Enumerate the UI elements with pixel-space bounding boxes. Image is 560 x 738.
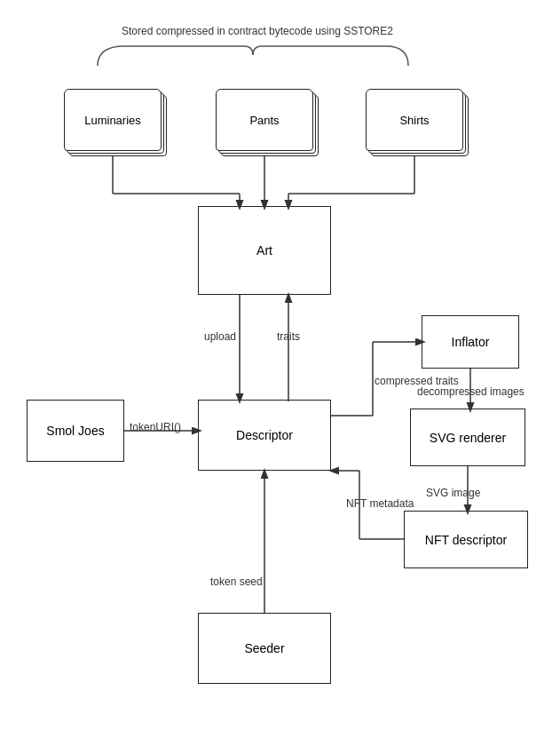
decompressed-images-label: decompressed images [417, 385, 525, 398]
descriptor-box: Descriptor [198, 400, 331, 471]
brace-svg [89, 39, 417, 71]
pants-label: Pants [216, 89, 313, 151]
svg-image-label: SVG image [426, 487, 480, 499]
seeder-box: Seeder [198, 613, 331, 684]
svg-renderer-box: SVG renderer [410, 409, 525, 466]
inflator-box: Inflator [422, 315, 519, 369]
traits-label: traits [277, 330, 300, 343]
nft-metadata-label: NFT metadata [346, 497, 414, 510]
token-seed-label: token seed [210, 575, 263, 588]
smol-joes-box: Smol Joes [27, 400, 124, 462]
luminaries-label: Luminaries [64, 89, 162, 151]
architecture-diagram: Stored compressed in contract bytecode u… [0, 0, 560, 738]
nft-descriptor-box: NFT descriptor [404, 511, 528, 568]
art-box: Art [198, 206, 331, 295]
tokenuri-label: tokenURI() [130, 421, 181, 433]
shirts-label: Shirts [366, 89, 463, 151]
upload-label: upload [204, 330, 236, 343]
top-note: Stored compressed in contract bytecode u… [106, 25, 408, 37]
